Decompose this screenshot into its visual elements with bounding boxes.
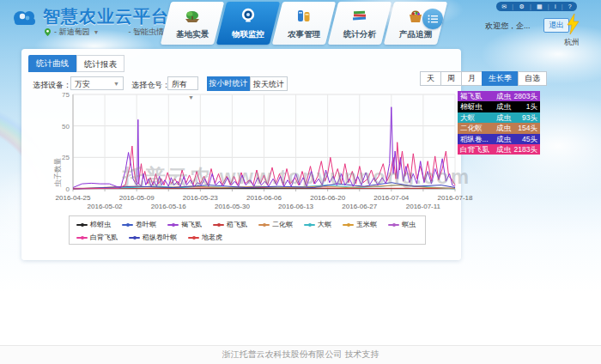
legend-label: 褐飞虱 — [181, 220, 202, 229]
logout-button[interactable]: 退出 — [543, 18, 569, 33]
toolbar-separator: | — [530, 3, 531, 9]
x-tick-label: 2016-07-04 — [373, 194, 409, 202]
location-bar: - 新迪葡园▼ - 智能虫情▼ — [45, 27, 173, 38]
chart-legend: 棉蚜虫卷叶螟褐飞虱稻飞虱二化螟大螟玉米螟螟虫白背飞虱稻纵卷叶螟地老虎 — [69, 215, 426, 245]
legend-item[interactable]: 大螟 — [304, 220, 331, 229]
nav-tab-1[interactable]: 基地实景 — [161, 2, 224, 45]
legend-label: 地老虎 — [202, 233, 222, 242]
x-tick-label: 2016-07-18 — [438, 194, 473, 202]
insect-stage: 成虫 — [495, 101, 513, 112]
x-tick-label: 2016-05-09 — [119, 194, 155, 202]
x-tick-label: 2016-04-25 — [56, 194, 91, 202]
info-icon[interactable]: i — [555, 3, 556, 9]
legend-item[interactable]: 稻飞虱 — [213, 220, 247, 229]
x-axis-labels-row1: 2016-04-252016-05-092016-05-232016-06-06… — [21, 194, 461, 203]
x-tick-label: 2016-05-30 — [215, 203, 250, 210]
legend-item[interactable]: 棉蚜虫 — [76, 220, 111, 229]
period-button[interactable]: 月 — [461, 71, 483, 86]
y-tick-label: 25 — [62, 154, 70, 161]
legend-marker — [343, 224, 354, 226]
insect-stage: 成虫 — [495, 134, 513, 144]
insect-name: 二化螟 — [458, 123, 495, 133]
insect-name: 大螟 — [458, 112, 495, 123]
grid-icon[interactable]: ▦ — [537, 3, 543, 9]
period-button[interactable]: 生长季 — [482, 71, 519, 86]
legend-item[interactable]: 稻纵卷叶螟 — [129, 233, 177, 242]
insect-stat-row: 二化螟成虫154头 — [458, 123, 540, 133]
toolbar-separator: | — [562, 3, 563, 9]
nav-tab-label: 农事管理 — [288, 29, 320, 40]
legend-item[interactable]: 地老虎 — [188, 233, 222, 242]
period-button-group: 天周月生长季自选 — [421, 71, 547, 86]
nav-tab-label: 统计分析 — [343, 29, 376, 40]
legend-label: 卷叶螟 — [136, 220, 156, 229]
legend-label: 大螟 — [318, 220, 331, 229]
iot-monitor-icon — [240, 8, 257, 27]
legend-marker — [213, 224, 224, 226]
insect-name: 棉蚜虫 — [458, 101, 495, 112]
legend-label: 棉蚜虫 — [90, 220, 111, 229]
insect-name: 稻纵卷... — [458, 134, 495, 144]
x-tick-label: 2016-05-16 — [151, 203, 186, 210]
legend-marker — [167, 224, 179, 226]
location-label[interactable]: - 新迪葡园 — [54, 27, 90, 38]
legend-label: 螟虫 — [402, 220, 416, 229]
insect-count: 154头 — [513, 123, 540, 133]
footer-text: 浙江托普云农科技股份有限公司 技术支持 — [222, 349, 379, 359]
nav-tab-label: 基地实景 — [176, 29, 209, 40]
x-tick-label: 2016-06-27 — [342, 203, 377, 210]
lightning-weather-icon[interactable] — [567, 14, 580, 34]
nav-tab-3[interactable]: 农事管理 — [272, 2, 336, 45]
insect-stats-table: 褐飞虱成虫2803头棉蚜虫成虫1头大螟成虫93头二化螟成虫154头稻纵卷...成… — [458, 91, 540, 155]
legend-item[interactable]: 玉米螟 — [343, 220, 377, 229]
insect-stage: 成虫 — [495, 144, 513, 155]
insect-stat-row: 稻纵卷...成虫45头 — [458, 134, 540, 144]
menu-list-button[interactable] — [422, 9, 443, 29]
gear-icon[interactable]: ⚙ — [519, 3, 524, 9]
legend-item[interactable]: 二化螟 — [258, 220, 293, 229]
insect-stage: 成虫 — [495, 112, 513, 123]
legend-item[interactable]: 卷叶螟 — [122, 220, 156, 229]
x-tick-label: 2016-05-02 — [88, 203, 123, 210]
legend-label: 稻纵卷叶螟 — [143, 233, 177, 242]
weather-city[interactable]: 杭州 — [564, 37, 580, 48]
x-tick-label: 2016-06-06 — [246, 194, 282, 202]
insect-stat-row: 大螟成虫93头 — [458, 112, 540, 123]
insect-count: 2183头 — [513, 144, 540, 155]
nav-tab-inner: 基地实景 — [166, 2, 219, 45]
toolbar-separator: | — [512, 3, 513, 9]
legend-marker — [129, 237, 140, 239]
insect-stage: 成虫 — [495, 123, 513, 133]
legend-marker — [122, 224, 133, 226]
period-button[interactable]: 周 — [440, 71, 462, 86]
message-icon[interactable]: ✉ — [501, 3, 507, 9]
nav-tab-4[interactable]: 统计分析 — [328, 2, 392, 45]
legend-label: 玉米螟 — [356, 220, 377, 229]
legend-item[interactable]: 白背飞虱 — [76, 233, 118, 242]
help-icon[interactable]: ? — [568, 3, 572, 9]
insect-name: 白背飞虱 — [458, 144, 495, 155]
quick-toolbar: ✉|⚙|▦|i|? — [496, 2, 577, 11]
bin-select[interactable]: 所有▼ — [167, 76, 198, 90]
stats-analysis-icon — [350, 9, 369, 27]
tab-stat-report[interactable]: 统计报表 — [76, 55, 124, 72]
insect-stat-row: 褐飞虱成虫2803头 — [458, 91, 540, 101]
period-button[interactable]: 天 — [420, 71, 441, 86]
tab-stat-curve[interactable]: 统计曲线 — [28, 55, 76, 72]
legend-item[interactable]: 螟虫 — [388, 220, 416, 229]
legend-item[interactable]: 褐飞虱 — [167, 220, 202, 229]
legend-marker — [258, 224, 270, 226]
device-select[interactable]: 万安▼ — [70, 76, 124, 90]
module-label[interactable]: - 智能虫情 — [128, 27, 164, 38]
nav-tab-2[interactable]: 物联监控 — [216, 2, 280, 45]
y-tick-label: 75 — [62, 91, 70, 99]
nav-tab-inner: 农事管理 — [277, 2, 331, 45]
period-button[interactable]: 自选 — [518, 71, 547, 86]
app-title: 智慧农业云平台 — [43, 5, 169, 28]
insect-count: 45头 — [513, 134, 540, 144]
location-pin-icon — [45, 28, 51, 36]
legend-marker — [304, 224, 315, 226]
nav-tab-inner: 统计分析 — [333, 2, 386, 45]
footer: 浙江托普云农科技股份有限公司 技术支持 — [0, 345, 601, 364]
insect-count: 93头 — [513, 112, 540, 123]
